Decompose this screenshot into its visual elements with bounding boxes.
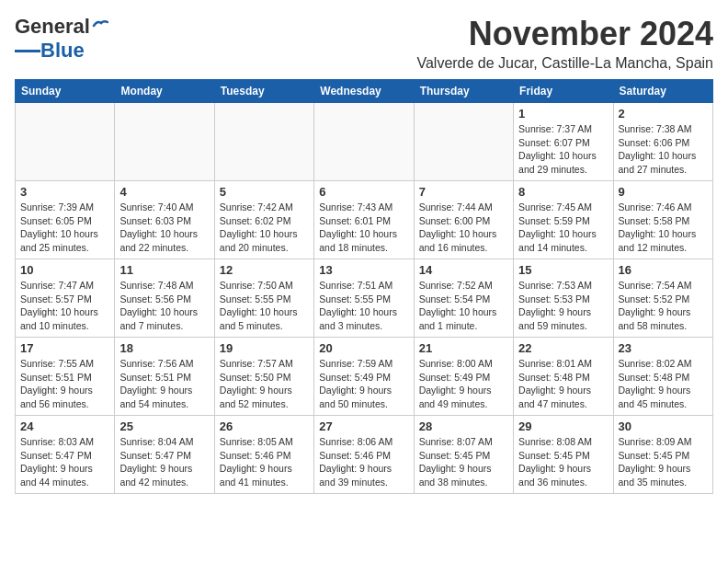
day-number: 5 (220, 185, 309, 199)
day-number: 7 (419, 185, 508, 199)
day-info: Sunrise: 8:05 AM Sunset: 5:46 PM Dayligh… (220, 435, 309, 489)
calendar-cell: 17Sunrise: 7:55 AM Sunset: 5:51 PM Dayli… (16, 338, 115, 416)
calendar-cell (16, 103, 115, 181)
day-info: Sunrise: 7:50 AM Sunset: 5:55 PM Dayligh… (220, 279, 309, 333)
column-header-saturday: Saturday (613, 80, 712, 103)
day-number: 26 (220, 419, 309, 433)
month-title: November 2024 (416, 15, 713, 53)
day-info: Sunrise: 8:07 AM Sunset: 5:45 PM Dayligh… (419, 435, 508, 489)
day-info: Sunrise: 8:04 AM Sunset: 5:47 PM Dayligh… (119, 435, 209, 489)
day-info: Sunrise: 7:57 AM Sunset: 5:50 PM Dayligh… (220, 357, 309, 411)
day-info: Sunrise: 7:47 AM Sunset: 5:57 PM Dayligh… (20, 279, 109, 333)
day-number: 30 (619, 419, 708, 433)
day-info: Sunrise: 8:00 AM Sunset: 5:49 PM Dayligh… (419, 357, 508, 411)
column-header-friday: Friday (514, 80, 613, 103)
day-info: Sunrise: 7:40 AM Sunset: 6:03 PM Dayligh… (119, 201, 209, 255)
calendar-cell: 22Sunrise: 8:01 AM Sunset: 5:48 PM Dayli… (514, 338, 613, 416)
calendar-cell: 18Sunrise: 7:56 AM Sunset: 5:51 PM Dayli… (115, 338, 214, 416)
day-number: 21 (419, 341, 508, 355)
day-number: 13 (319, 263, 408, 277)
day-number: 14 (419, 263, 508, 277)
calendar-cell: 25Sunrise: 8:04 AM Sunset: 5:47 PM Dayli… (115, 416, 214, 494)
location-title: Valverde de Jucar, Castille-La Mancha, S… (416, 55, 713, 72)
calendar-cell: 28Sunrise: 8:07 AM Sunset: 5:45 PM Dayli… (414, 416, 513, 494)
logo-bird-icon (92, 18, 108, 31)
calendar-cell (115, 103, 214, 181)
day-info: Sunrise: 7:53 AM Sunset: 5:53 PM Dayligh… (518, 279, 608, 333)
column-header-thursday: Thursday (414, 80, 513, 103)
column-header-tuesday: Tuesday (214, 80, 313, 103)
day-info: Sunrise: 7:39 AM Sunset: 6:05 PM Dayligh… (20, 201, 109, 255)
day-number: 4 (119, 185, 209, 199)
title-block: November 2024 Valverde de Jucar, Castill… (416, 15, 713, 72)
week-row-1: 1Sunrise: 7:37 AM Sunset: 6:07 PM Daylig… (16, 103, 713, 181)
day-number: 27 (319, 419, 408, 433)
day-number: 15 (518, 263, 608, 277)
logo-blue: Blue (40, 39, 85, 63)
day-info: Sunrise: 7:44 AM Sunset: 6:00 PM Dayligh… (419, 201, 508, 255)
day-number: 1 (518, 107, 608, 121)
day-number: 17 (20, 341, 109, 355)
calendar-cell: 27Sunrise: 8:06 AM Sunset: 5:46 PM Dayli… (314, 416, 414, 494)
calendar-cell: 3Sunrise: 7:39 AM Sunset: 6:05 PM Daylig… (16, 181, 115, 259)
calendar-cell: 11Sunrise: 7:48 AM Sunset: 5:56 PM Dayli… (115, 259, 214, 338)
day-info: Sunrise: 7:42 AM Sunset: 6:02 PM Dayligh… (220, 201, 309, 255)
calendar-table: SundayMondayTuesdayWednesdayThursdayFrid… (15, 79, 713, 494)
calendar-cell: 30Sunrise: 8:09 AM Sunset: 5:45 PM Dayli… (613, 416, 712, 494)
day-number: 3 (20, 185, 109, 199)
day-info: Sunrise: 8:02 AM Sunset: 5:48 PM Dayligh… (619, 357, 708, 411)
calendar-cell: 23Sunrise: 8:02 AM Sunset: 5:48 PM Dayli… (613, 338, 712, 416)
column-header-wednesday: Wednesday (314, 80, 414, 103)
day-info: Sunrise: 7:54 AM Sunset: 5:52 PM Dayligh… (619, 279, 708, 333)
page-header: General Blue November 2024 Valverde de J… (15, 15, 713, 72)
day-number: 28 (419, 419, 508, 433)
day-info: Sunrise: 7:56 AM Sunset: 5:51 PM Dayligh… (119, 357, 209, 411)
calendar-cell: 14Sunrise: 7:52 AM Sunset: 5:54 PM Dayli… (414, 259, 513, 338)
week-row-5: 24Sunrise: 8:03 AM Sunset: 5:47 PM Dayli… (16, 416, 713, 494)
day-number: 18 (119, 341, 209, 355)
day-info: Sunrise: 7:51 AM Sunset: 5:55 PM Dayligh… (319, 279, 408, 333)
day-info: Sunrise: 7:38 AM Sunset: 6:06 PM Dayligh… (619, 122, 708, 177)
day-number: 2 (619, 107, 708, 121)
calendar-cell: 12Sunrise: 7:50 AM Sunset: 5:55 PM Dayli… (214, 259, 313, 338)
day-info: Sunrise: 7:45 AM Sunset: 5:59 PM Dayligh… (518, 201, 608, 255)
column-header-sunday: Sunday (16, 80, 115, 103)
calendar-cell: 4Sunrise: 7:40 AM Sunset: 6:03 PM Daylig… (115, 181, 214, 259)
day-number: 12 (220, 263, 309, 277)
calendar-cell: 29Sunrise: 8:08 AM Sunset: 5:45 PM Dayli… (514, 416, 613, 494)
day-number: 16 (619, 263, 708, 277)
calendar-cell (414, 103, 513, 181)
calendar-cell: 13Sunrise: 7:51 AM Sunset: 5:55 PM Dayli… (314, 259, 414, 338)
day-number: 22 (518, 341, 608, 355)
day-info: Sunrise: 8:03 AM Sunset: 5:47 PM Dayligh… (20, 435, 109, 489)
calendar-cell: 26Sunrise: 8:05 AM Sunset: 5:46 PM Dayli… (214, 416, 313, 494)
calendar-cell: 1Sunrise: 7:37 AM Sunset: 6:07 PM Daylig… (514, 103, 613, 181)
calendar-cell: 15Sunrise: 7:53 AM Sunset: 5:53 PM Dayli… (514, 259, 613, 338)
logo: General Blue (15, 15, 108, 63)
week-row-2: 3Sunrise: 7:39 AM Sunset: 6:05 PM Daylig… (16, 181, 713, 259)
day-number: 24 (20, 419, 109, 433)
day-info: Sunrise: 7:55 AM Sunset: 5:51 PM Dayligh… (20, 357, 109, 411)
calendar-cell: 10Sunrise: 7:47 AM Sunset: 5:57 PM Dayli… (16, 259, 115, 338)
day-number: 20 (319, 341, 408, 355)
day-number: 29 (518, 419, 608, 433)
calendar-cell: 6Sunrise: 7:43 AM Sunset: 6:01 PM Daylig… (314, 181, 414, 259)
day-number: 19 (220, 341, 309, 355)
week-row-4: 17Sunrise: 7:55 AM Sunset: 5:51 PM Dayli… (16, 338, 713, 416)
day-info: Sunrise: 7:52 AM Sunset: 5:54 PM Dayligh… (419, 279, 508, 333)
calendar-cell: 9Sunrise: 7:46 AM Sunset: 5:58 PM Daylig… (613, 181, 712, 259)
calendar-cell (314, 103, 414, 181)
day-info: Sunrise: 7:59 AM Sunset: 5:49 PM Dayligh… (319, 357, 408, 411)
calendar-cell: 20Sunrise: 7:59 AM Sunset: 5:49 PM Dayli… (314, 338, 414, 416)
day-info: Sunrise: 8:09 AM Sunset: 5:45 PM Dayligh… (619, 435, 708, 489)
day-number: 10 (20, 263, 109, 277)
calendar-cell: 16Sunrise: 7:54 AM Sunset: 5:52 PM Dayli… (613, 259, 712, 338)
calendar-cell: 24Sunrise: 8:03 AM Sunset: 5:47 PM Dayli… (16, 416, 115, 494)
day-info: Sunrise: 7:43 AM Sunset: 6:01 PM Dayligh… (319, 201, 408, 255)
calendar-header-row: SundayMondayTuesdayWednesdayThursdayFrid… (16, 80, 713, 103)
day-number: 9 (619, 185, 708, 199)
calendar-cell: 2Sunrise: 7:38 AM Sunset: 6:06 PM Daylig… (613, 103, 712, 181)
day-number: 6 (319, 185, 408, 199)
week-row-3: 10Sunrise: 7:47 AM Sunset: 5:57 PM Dayli… (16, 259, 713, 338)
calendar-cell: 21Sunrise: 8:00 AM Sunset: 5:49 PM Dayli… (414, 338, 513, 416)
